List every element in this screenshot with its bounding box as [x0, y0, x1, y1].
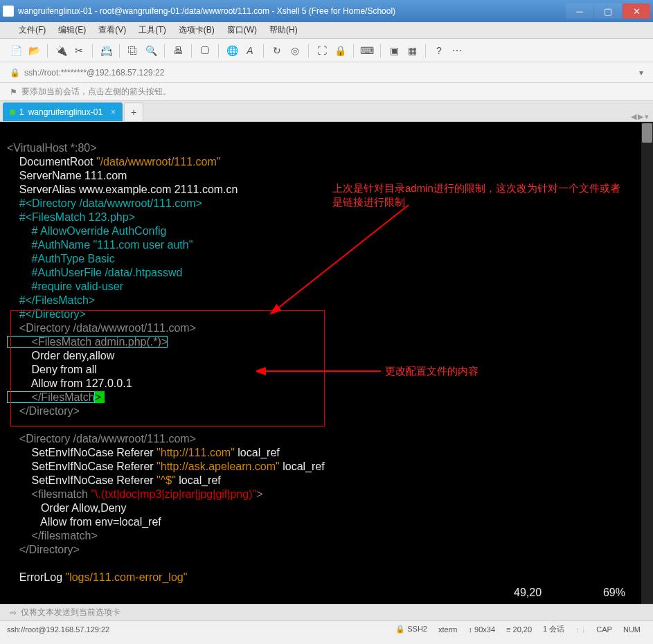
minimize-button[interactable]: ─: [566, 3, 593, 19]
menu-edit[interactable]: 编辑(E): [52, 22, 92, 38]
window-buttons: ─ ▢ ✕: [566, 3, 650, 19]
menu-tools[interactable]: 工具(T): [132, 22, 172, 38]
expand-icon[interactable]: ⛶: [314, 43, 330, 58]
refresh-icon[interactable]: ↻: [269, 43, 285, 58]
code-string: "logs/111.com-error_log": [65, 571, 187, 583]
status-session: 1 会话: [537, 624, 570, 634]
keyboard-icon[interactable]: ⌨: [359, 43, 375, 58]
session-tab[interactable]: 1 wangruifenglinux-01 ×: [3, 102, 123, 121]
disconnect-icon[interactable]: ✂: [71, 43, 87, 58]
selection-box: [10, 310, 325, 427]
menu-tabs[interactable]: 选项卡(B): [172, 22, 221, 38]
send-icon[interactable]: ⇨: [10, 608, 17, 618]
code-line: </Directory>: [7, 544, 80, 555]
scrollbar[interactable]: [641, 122, 653, 604]
code-string: "^$": [156, 474, 176, 486]
menubar: 文件(F) 编辑(E) 查看(V) 工具(T) 选项卡(B) 窗口(W) 帮助(…: [0, 22, 653, 39]
code-line: local_ref: [176, 474, 221, 486]
print-icon[interactable]: 🖶: [170, 43, 186, 58]
menu-window[interactable]: 窗口(W): [221, 22, 263, 38]
search-icon[interactable]: 🔍: [143, 43, 159, 58]
screen-icon[interactable]: 🖵: [197, 43, 213, 58]
code-line: <filesmatch: [7, 488, 91, 500]
code-line: ServerName 111.com: [7, 170, 127, 181]
code-line: <VirtualHost *:80>: [7, 142, 97, 154]
code-line: Allow from env=local_ref: [7, 516, 161, 528]
address-text[interactable]: ssh://root:********@192.168.57.129:22: [24, 68, 635, 78]
status-ssh: SSH2: [407, 625, 427, 633]
help-icon[interactable]: ?: [431, 43, 447, 58]
tab-label: wangruifenglinux-01: [28, 107, 102, 117]
tab-next-icon[interactable]: ▶: [638, 112, 643, 121]
menu-view[interactable]: 查看(V): [92, 22, 132, 38]
tab-close-icon[interactable]: ×: [111, 107, 116, 117]
tab-nav: ◀ ▶ ▾: [631, 112, 653, 121]
code-line: >: [256, 488, 262, 500]
code-line: SetEnvIfNoCase Referer: [7, 460, 156, 472]
status-size: 90x34: [474, 625, 495, 634]
code-line: ServerAlias www.example.com 2111.com.cn: [7, 184, 238, 195]
globe-icon[interactable]: 🌐: [224, 43, 240, 58]
terminal[interactable]: <VirtualHost *:80> DocumentRoot "/data/w…: [0, 122, 653, 604]
code-line: local_ref: [280, 460, 325, 472]
flag-icon[interactable]: ⚑: [10, 87, 17, 97]
status-cursor: 20,20: [513, 625, 533, 634]
code-comment: #AuthType Basic: [7, 253, 115, 265]
code-comment: #<FilesMatch 123.php>: [7, 211, 135, 223]
dropdown-icon[interactable]: ▾: [639, 68, 643, 78]
status-bar: ssh://root@192.168.57.129:22 🔒 SSH2 xter…: [0, 620, 653, 637]
separator: [47, 44, 48, 57]
new-icon[interactable]: 📄: [8, 43, 24, 58]
titlebar: wangruifenglinux-01 - root@wangruifeng-0…: [0, 0, 653, 22]
input-hint-bar: ⇨ 仅将文本发送到当前选项卡: [0, 604, 653, 620]
lock-icon: 🔒: [395, 625, 405, 633]
more-icon[interactable]: ⋯: [449, 43, 465, 58]
status-connection: ssh://root@192.168.57.129:22: [7, 625, 390, 634]
code-line: DocumentRoot: [7, 156, 96, 168]
tile-icon[interactable]: ▦: [404, 43, 420, 58]
lock-icon[interactable]: 🔒: [332, 43, 348, 58]
menu-file[interactable]: 文件(F): [12, 22, 52, 38]
address-bar: 🔒 ssh://root:********@192.168.57.129:22 …: [0, 62, 653, 83]
annotation-text-1: 上次是针对目录admin进行的限制，这次改为针对一个文件或者是链接进行限制: [332, 181, 623, 209]
tab-prev-icon[interactable]: ◀: [631, 112, 636, 121]
menu-help[interactable]: 帮助(H): [263, 22, 304, 38]
annotation-text-2: 更改配置文件的内容: [385, 364, 478, 378]
code-string: "/data/wwwroot/111.com": [96, 156, 220, 168]
toolbar: 📄 📂 🔌 ✂ 📇 ⿻ 🔍 🖶 🖵 🌐 A ↻ ◎ ⛶ 🔒 ⌨ ▣ ▦ ? ⋯: [0, 39, 653, 62]
code-line: local_ref: [235, 447, 280, 458]
separator: [164, 44, 165, 57]
tab-strip: 1 wangruifenglinux-01 × + ◀ ▶ ▾: [0, 101, 653, 122]
status-num: NUM: [618, 625, 646, 634]
scrollbar-thumb[interactable]: [642, 123, 652, 143]
tab-list-icon[interactable]: ▾: [645, 112, 649, 121]
status-dot-icon: [10, 109, 15, 115]
props-icon[interactable]: 📇: [98, 43, 114, 58]
connect-icon[interactable]: 🔌: [53, 43, 69, 58]
maximize-button[interactable]: ▢: [594, 3, 622, 19]
code-comment: #<Directory /data/wwwroot/111.com>: [7, 197, 202, 209]
font-icon[interactable]: A: [242, 43, 258, 58]
code-string: "http://ask.apelearn.com": [156, 460, 280, 472]
code-line: SetEnvIfNoCase Referer: [7, 447, 156, 458]
code-string: "http://111.com": [156, 447, 235, 458]
vim-position: 49,20: [514, 587, 542, 598]
hint-text: 要添加当前会话，点击左侧的箭头按钮。: [21, 86, 171, 98]
separator: [353, 44, 354, 57]
copy-icon[interactable]: ⿻: [125, 43, 141, 58]
separator: [218, 44, 219, 57]
window-title: wangruifenglinux-01 - root@wangruifeng-0…: [18, 6, 566, 16]
status-arrows: ↑ ↓: [570, 625, 591, 634]
new-tab-button[interactable]: +: [124, 102, 143, 121]
target-icon[interactable]: ◎: [287, 43, 303, 58]
code-comment: # AllowOverride AuthConfig: [7, 225, 166, 237]
window-icon[interactable]: ▣: [386, 43, 402, 58]
code-line: </filesmatch>: [7, 530, 98, 542]
code-comment: #AuthUserFile /data/.htpasswd: [7, 267, 182, 278]
app-icon: [3, 6, 14, 17]
open-icon[interactable]: 📂: [26, 43, 42, 58]
code-regex: "\.(txt|doc|mp3|zip|rar|jpg|gif|png)": [91, 488, 256, 500]
vim-status: 49,20 69%: [514, 586, 625, 600]
close-button[interactable]: ✕: [623, 3, 650, 19]
separator: [380, 44, 381, 57]
